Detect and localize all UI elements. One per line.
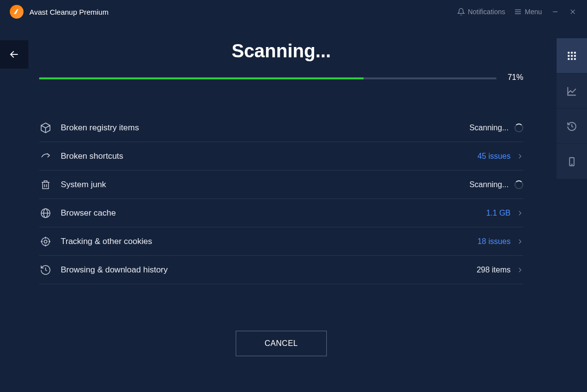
back-button[interactable] xyxy=(0,40,28,69)
cube-icon xyxy=(39,122,52,134)
scan-label: Browsing & download history xyxy=(61,265,468,275)
chevron-right-icon xyxy=(516,238,523,245)
scan-label: Tracking & other cookies xyxy=(61,237,468,246)
chevron-right-icon xyxy=(516,210,523,217)
spinner-icon xyxy=(514,123,523,132)
scan-status: 298 items xyxy=(477,266,523,274)
svg-rect-13 xyxy=(568,58,570,60)
progress-percent: 71% xyxy=(508,73,523,82)
svg-rect-8 xyxy=(571,51,573,53)
history-icon xyxy=(39,264,52,276)
svg-rect-14 xyxy=(571,58,573,60)
svg-rect-7 xyxy=(568,51,570,53)
titlebar-left: Avast Cleanup Premium xyxy=(10,5,108,19)
cancel-container: CANCEL xyxy=(39,331,523,356)
scan-list: Broken registry items Scanning... Broken… xyxy=(39,114,523,284)
titlebar: Avast Cleanup Premium Notifications Menu xyxy=(0,0,587,24)
sidebar xyxy=(557,38,587,179)
scan-row-broken-shortcuts[interactable]: Broken shortcuts 45 issues xyxy=(39,142,523,171)
sidebar-item-device[interactable] xyxy=(557,144,587,179)
scan-row-browsing-history[interactable]: Browsing & download history 298 items xyxy=(39,256,523,284)
scan-label: Broken shortcuts xyxy=(61,151,468,161)
progress-fill xyxy=(39,77,364,79)
svg-rect-12 xyxy=(574,55,576,57)
scan-row-broken-registry[interactable]: Broken registry items Scanning... xyxy=(39,114,523,142)
svg-point-24 xyxy=(42,238,49,245)
progress-track xyxy=(39,77,496,79)
sidebar-item-dashboard[interactable] xyxy=(557,38,587,74)
svg-rect-10 xyxy=(568,55,570,57)
scan-row-system-junk[interactable]: System junk Scanning... xyxy=(39,171,523,199)
close-button[interactable] xyxy=(568,7,577,16)
scan-label: Browser cache xyxy=(61,208,477,218)
scan-status: Scanning... xyxy=(469,180,523,189)
history-icon xyxy=(566,121,577,132)
sidebar-item-stats[interactable] xyxy=(557,74,587,109)
app-title: Avast Cleanup Premium xyxy=(29,8,108,16)
menu-icon xyxy=(514,8,522,16)
phone-icon xyxy=(566,156,577,167)
menu-label: Menu xyxy=(525,8,542,16)
minimize-icon xyxy=(552,8,559,15)
titlebar-right: Notifications Menu xyxy=(457,7,577,16)
cancel-button[interactable]: CANCEL xyxy=(236,331,327,356)
svg-rect-15 xyxy=(574,58,576,60)
close-icon xyxy=(569,8,576,15)
globe-icon xyxy=(39,207,52,220)
main-content: Scanning... 71% Broken registry items Sc… xyxy=(39,41,548,356)
trash-icon xyxy=(39,178,52,191)
progress-container: 71% xyxy=(39,77,523,79)
scan-label: System junk xyxy=(61,180,461,190)
chevron-right-icon xyxy=(516,267,523,273)
scan-status: 1.1 GB xyxy=(486,209,523,218)
menu-button[interactable]: Menu xyxy=(514,8,542,16)
minimize-button[interactable] xyxy=(551,7,560,16)
scan-row-browser-cache[interactable]: Browser cache 1.1 GB xyxy=(39,199,523,227)
target-icon xyxy=(39,235,52,248)
app-logo xyxy=(10,5,24,19)
scan-row-tracking-cookies[interactable]: Tracking & other cookies 18 issues xyxy=(39,227,523,256)
svg-point-25 xyxy=(44,240,47,243)
notifications-label: Notifications xyxy=(468,8,505,16)
chart-icon xyxy=(566,86,577,97)
scan-label: Broken registry items xyxy=(61,123,461,133)
chevron-right-icon xyxy=(516,153,523,160)
sidebar-item-history[interactable] xyxy=(557,109,587,144)
svg-rect-11 xyxy=(571,55,573,57)
scan-status: Scanning... xyxy=(469,123,523,132)
bell-icon xyxy=(457,8,465,16)
spinner-icon xyxy=(514,180,523,189)
scan-status: 45 issues xyxy=(477,152,523,161)
arrow-left-icon xyxy=(9,49,20,60)
notifications-button[interactable]: Notifications xyxy=(457,8,505,16)
grid-icon xyxy=(566,50,577,61)
svg-rect-9 xyxy=(574,51,576,53)
page-title: Scanning... xyxy=(39,41,523,62)
scan-status: 18 issues xyxy=(477,237,523,246)
share-icon xyxy=(39,150,52,163)
